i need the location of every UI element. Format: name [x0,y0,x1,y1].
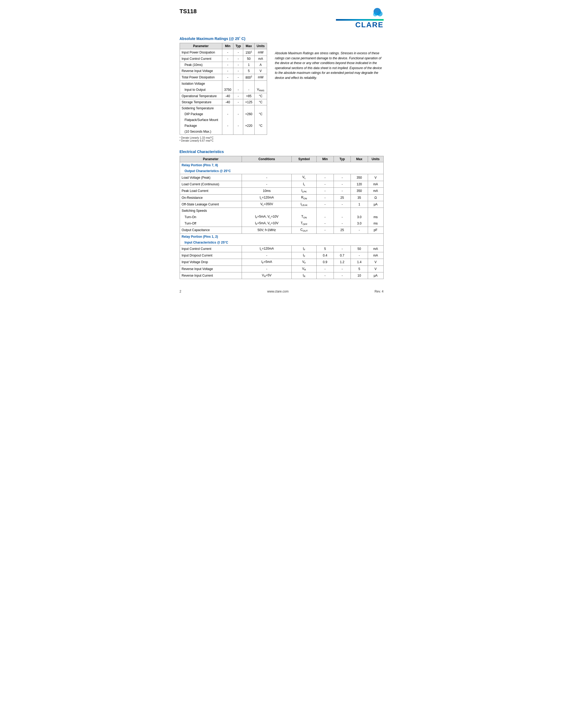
footnotes: ¹ Derate Linearly 1.33 mw/°C ² Derate Li… [180,136,267,142]
col-units: Units [254,43,267,49]
logo-area: CLARE [336,8,384,29]
table-row: Peak (10ms) - - 1 A [180,62,267,68]
table-row: Input to Output 3750 - - VRMS [180,87,267,93]
abs-max-title: Absolute Maximum Ratings (@ 25˚ C) [180,37,384,41]
logo-text: CLARE [355,21,383,29]
col-max: Max [243,43,254,49]
elec-col-parameter: Parameter [180,156,242,162]
table-row: Input Dropout Current - IF 0.4 0.7 - mA [180,252,383,259]
elec-col-typ: Typ [334,156,351,162]
elec-col-symbol: Symbol [292,156,317,162]
footnote-1: ¹ Derate Linearly 1.33 mw/°C [180,136,267,139]
abs-max-table: Parameter Min Typ Max Units Input Power … [180,43,267,135]
col-typ: Typ [233,43,243,49]
svg-point-2 [373,12,377,16]
elec-col-conditions: Conditions [242,156,292,162]
col-parameter: Parameter [180,43,222,49]
elec-col-units: Units [368,156,383,162]
table-row: Output Capacitance 50V; f=1MHz COUT - 25… [180,227,383,233]
table-row: Input Control Current - - 50 mA [180,56,267,62]
table-row: Total Power Dissipation - - 8002 mW [180,74,267,81]
table-row: Input Voltage Drop IF=5mA VF 0.9 1.2 1.4… [180,259,383,266]
table-row: Flatpack/Surface Mount [180,117,267,123]
page-title: TS118 [180,8,197,15]
electrical-table: Parameter Conditions Symbol Min Typ Max … [180,156,384,279]
table-row: Turn-Off IF=5mA, VL=10V TOFF - - 3.0 ms [180,220,383,227]
table-row: Off-State Leakage Current VL=350V ILEAK … [180,201,383,208]
footer-page-number: 2 [180,290,181,293]
table-row: Package - - +220 °C [180,123,267,129]
page-header: TS118 CLARE [180,8,384,29]
relay-subheader-2: Input Characteristics @ 25°C [180,240,383,246]
table-row: Load Voltage (Peak) - VL - - 350 V [180,174,383,181]
table-row: DIP Package - - +260 °C [180,111,267,117]
table-row: Soldering Temperature [180,105,267,111]
abs-max-table-container: Parameter Min Typ Max Units Input Power … [180,43,267,142]
footer-website: www.clare.com [181,290,375,293]
table-row: Switching Speeds [180,208,383,214]
table-row: (10 Seconds Max.) [180,129,267,135]
table-row: Peak Load Current 10ms ILPK - - 350 mA [180,188,383,194]
table-row: On-Resistance IL=120mA RON - 25 35 Ω [180,194,383,201]
table-row: Turn-On IF=5mA, VL=10V TON - - 3.0 ms [180,214,383,220]
table-row: Input Control Current IL=120mA IF 5 - 50… [180,245,383,252]
footnote-2: ² Derate Linearly 6.67 mw/°C [180,139,267,142]
elec-col-max: Max [351,156,368,162]
disclaimer-text: Absolute Maximum Ratings are stress rati… [275,43,384,80]
table-row: Reverse Input Voltage - - 5 V [180,68,267,74]
table-row: Isolation Voltage [180,81,267,87]
table-row: Reverse Input Current VR=5V IR - - 10 μA [180,272,383,279]
relay-subheader-1: Output Characteristics @ 25°C [180,168,383,174]
elec-title: Electrical Characteristics [180,150,384,154]
page-footer: 2 www.clare.com Rev. 4 [180,290,384,293]
elec-col-min: Min [317,156,334,162]
svg-point-1 [377,11,383,16]
table-row: Reverse Input Voltage - VR - - 5 V [180,266,383,272]
top-section: Parameter Min Typ Max Units Input Power … [180,43,384,142]
table-row: Input Power Dissipation - - 1501 mW [180,49,267,56]
table-row: Load Current (Continuous) - IL - - 120 m… [180,181,383,187]
footer-revision: Rev. 4 [375,290,384,293]
table-row: Operational Temperature -40 - +85 °C [180,93,267,99]
relay-header-2: Relay Portion (Pins 1, 2) [180,233,383,240]
relay-header-1: Relay Portion (Pins 7, 8) [180,162,383,168]
clare-logo-icon [371,8,384,18]
col-min: Min [222,43,233,49]
table-row: Storage Temperature -40 - +125 °C [180,99,267,105]
